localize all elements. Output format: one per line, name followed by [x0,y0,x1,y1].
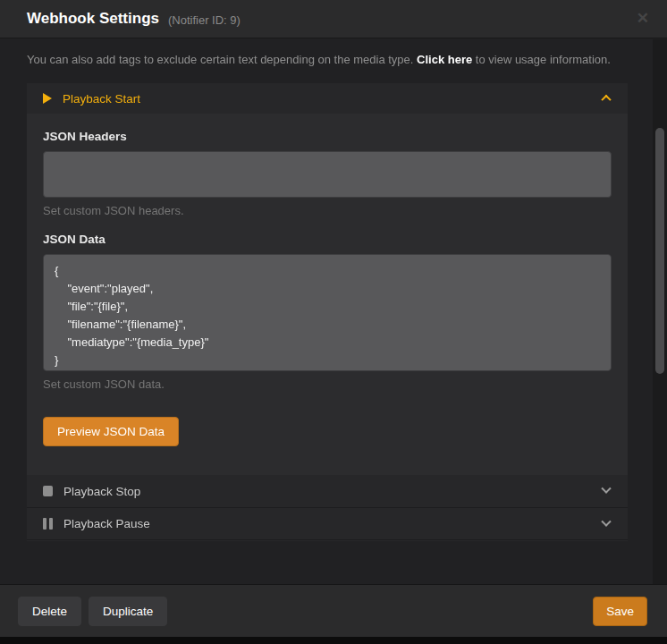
preview-json-data-button[interactable]: Preview JSON Data [43,417,179,446]
json-headers-label: JSON Headers [43,130,612,143]
usage-description-text-after: to view usage information. [472,53,611,66]
json-data-input[interactable]: { "event":"played", "file":"{file}", "fi… [43,254,612,371]
click-here-link[interactable]: Click here [417,53,472,66]
notifier-id-label: (Notifier ID: 9) [168,12,241,27]
chevron-down-icon [601,484,611,494]
notification-triggers-accordion: Playback Start JSON Headers Set custom J… [27,83,628,541]
scrollbar-track[interactable] [653,39,667,584]
accordion-label: Playback Pause [63,517,603,530]
json-data-label: JSON Data [43,233,612,246]
modal-body: You can also add tags to exclude certain… [0,39,667,584]
json-headers-group: JSON Headers Set custom JSON headers. [43,130,612,217]
chevron-down-icon [601,516,611,526]
close-icon[interactable]: ✕ [633,9,653,29]
save-button[interactable]: Save [593,597,647,626]
page-title: Webhook Settings [27,10,159,28]
modal-footer: Delete Duplicate Save [0,584,667,637]
usage-description: You can also add tags to exclude certain… [27,50,633,69]
accordion-header-playback-stop[interactable]: Playback Stop [27,475,628,507]
modal-header: Webhook Settings (Notifier ID: 9) ✕ [0,0,667,38]
accordion-header-playback-start[interactable]: Playback Start [27,83,628,114]
next-accordion-row-clipped [27,539,628,541]
stop-icon [43,486,53,496]
usage-description-text: You can also add tags to exclude certain… [27,53,417,66]
accordion-label: Playback Start [63,92,603,106]
json-headers-help: Set custom JSON headers. [43,204,612,217]
play-icon [43,93,52,104]
scrollbar-thumb[interactable] [655,128,664,374]
chevron-up-icon [601,95,611,105]
json-data-help: Set custom JSON data. [43,377,612,391]
accordion-header-playback-pause[interactable]: Playback Pause [27,507,628,539]
json-headers-input[interactable] [43,151,612,198]
accordion-label: Playback Stop [63,485,603,498]
webhook-settings-modal: Webhook Settings (Notifier ID: 9) ✕ You … [0,0,667,644]
pause-icon [43,518,53,530]
playback-start-panel: JSON Headers Set custom JSON headers. JS… [27,114,628,475]
delete-button[interactable]: Delete [18,597,81,626]
duplicate-button[interactable]: Duplicate [89,597,167,626]
json-data-group: JSON Data { "event":"played", "file":"{f… [43,233,612,391]
page-background-strip [0,637,667,644]
